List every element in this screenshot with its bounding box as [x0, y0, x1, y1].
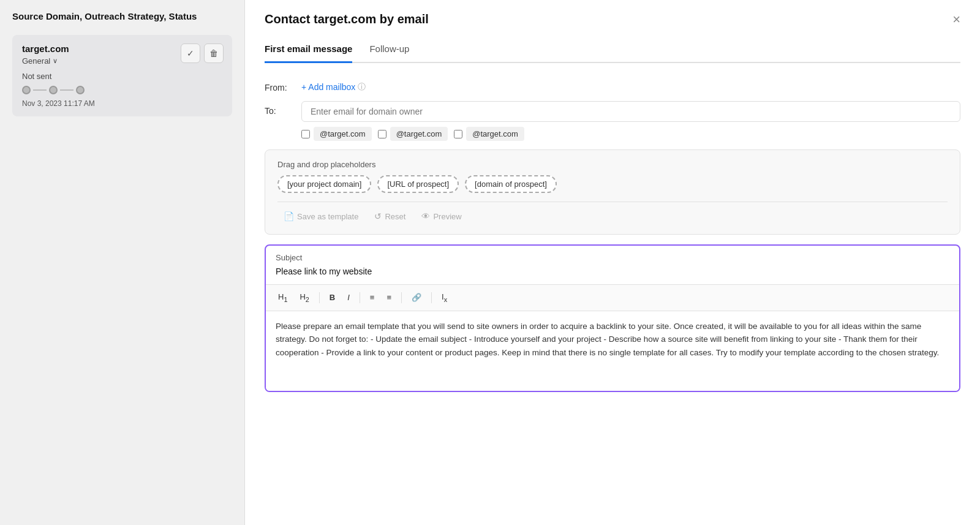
dnd-chips: [your project domain] [URL of prospect] … [277, 175, 948, 193]
subject-input[interactable] [276, 266, 949, 276]
modal-header: Contact target.com by email × [245, 0, 980, 36]
step-dot-2 [49, 86, 58, 94]
dnd-divider [277, 202, 948, 202]
sidebar-header: Source Domain, Outreach Strategy, Status [12, 10, 232, 23]
email-suggestions: @target.com @target.com @target.com [301, 127, 960, 141]
toolbar-separator-4 [431, 292, 432, 303]
tabs: First email message Follow-up [265, 36, 960, 63]
dnd-label: Drag and drop placeholders [277, 160, 948, 169]
to-content: @target.com @target.com @target.com [301, 101, 960, 141]
subject-section-label: Subject [276, 253, 949, 262]
sidebar-date: Nov 3, 2023 11:17 AM [22, 99, 222, 108]
editor-content[interactable]: Please prepare an email template that yo… [266, 311, 959, 391]
clear-format-button[interactable]: Ix [437, 290, 452, 306]
italic-button[interactable]: I [342, 290, 355, 304]
to-email-input[interactable] [301, 101, 960, 122]
reset-icon: ↺ [374, 211, 382, 221]
sidebar-steps [22, 86, 222, 94]
dnd-chip-2[interactable]: [domain of prospect] [465, 175, 557, 193]
save-template-button[interactable]: 📄 Save as template [277, 208, 364, 224]
sidebar-status: Not sent [22, 72, 222, 81]
step-dot-1 [22, 86, 31, 94]
subject-section: Subject [266, 246, 959, 285]
reset-button[interactable]: ↺ Reset [368, 208, 412, 224]
dnd-section: Drag and drop placeholders [your project… [265, 149, 960, 235]
email-chip-2: @target.com [378, 127, 448, 141]
h2-button[interactable]: H2 [295, 290, 314, 306]
toolbar-separator-2 [360, 292, 360, 303]
to-row: To: @target.com @target.com @target.com [265, 101, 960, 141]
add-mailbox-link[interactable]: + Add mailbox ⓘ [301, 78, 960, 93]
check-button[interactable]: ✓ [181, 43, 200, 63]
toolbar-row: 📄 Save as template ↺ Reset 👁 Preview [277, 208, 948, 224]
unordered-list-button[interactable]: ≡ [382, 290, 396, 304]
step-dot-3 [76, 86, 85, 94]
info-icon: ⓘ [358, 81, 366, 93]
from-row: From: + Add mailbox ⓘ [265, 78, 960, 93]
tab-followup[interactable]: Follow-up [369, 36, 409, 63]
email-chip-text-3: @target.com [466, 127, 524, 141]
h1-button[interactable]: H1 [273, 290, 292, 306]
link-button[interactable]: 🔗 [407, 290, 426, 304]
preview-icon: 👁 [421, 211, 430, 221]
close-button[interactable]: × [952, 13, 960, 26]
email-chip-3: @target.com [454, 127, 524, 141]
step-line-2 [60, 89, 74, 91]
modal: Contact target.com by email × First emai… [245, 0, 980, 525]
save-template-icon: 📄 [284, 211, 294, 221]
editor-toolbar: H1 H2 B I ≡ ≡ 🔗 Ix [266, 285, 959, 311]
modal-title: Contact target.com by email [265, 12, 429, 26]
toolbar-separator-1 [319, 292, 320, 303]
modal-body: First email message Follow-up From: + Ad… [245, 36, 980, 525]
from-label: From: [265, 78, 294, 93]
subject-editor: Subject H1 H2 B I ≡ ≡ 🔗 Ix Please prepar… [265, 244, 960, 392]
email-checkbox-1[interactable] [301, 130, 310, 138]
chevron-down-icon: ∨ [53, 57, 58, 65]
step-line-1 [33, 89, 47, 91]
tab-first-email[interactable]: First email message [265, 36, 352, 63]
bold-button[interactable]: B [325, 290, 340, 304]
delete-button[interactable]: 🗑 [204, 43, 224, 63]
email-chip-text-1: @target.com [314, 127, 372, 141]
sidebar-card: target.com General ∨ Not sent Nov 3, 202… [12, 35, 232, 116]
from-content: + Add mailbox ⓘ [301, 78, 960, 93]
email-checkbox-3[interactable] [454, 130, 462, 138]
dnd-chip-1[interactable]: [URL of prospect] [377, 175, 459, 193]
email-chip-text-2: @target.com [390, 127, 448, 141]
email-checkbox-2[interactable] [378, 130, 386, 138]
preview-button[interactable]: 👁 Preview [415, 208, 467, 224]
email-chip-1: @target.com [301, 127, 372, 141]
toolbar-separator-3 [401, 292, 402, 303]
sidebar-actions: ✓ 🗑 [181, 43, 224, 63]
to-label: To: [265, 101, 294, 116]
dnd-chip-0[interactable]: [your project domain] [277, 175, 371, 193]
ordered-list-button[interactable]: ≡ [365, 290, 380, 304]
sidebar: Source Domain, Outreach Strategy, Status… [0, 0, 245, 525]
